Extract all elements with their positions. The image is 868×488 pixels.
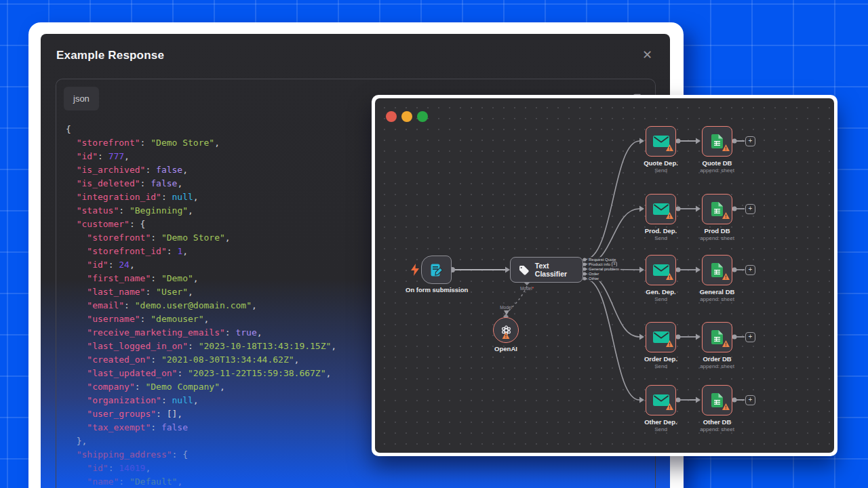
code-content: { "storefront": "Demo Store", "id": 777,… — [66, 123, 336, 488]
email-node-sublabel: Send — [631, 235, 692, 241]
workflow-canvas[interactable]: On form submission Text Classifier Model… — [375, 98, 834, 453]
sheet-node[interactable] — [702, 194, 732, 224]
spreadsheet-icon — [711, 134, 723, 148]
email-node[interactable] — [646, 322, 676, 352]
spreadsheet-icon — [711, 263, 723, 277]
window-control-dot[interactable] — [401, 111, 412, 122]
code-line: "email": "demo.user@domain.com", — [66, 299, 336, 312]
code-line: "first_name": "Demo", — [66, 272, 336, 285]
window-control-dot[interactable] — [417, 111, 428, 122]
sheet-node[interactable] — [702, 322, 732, 352]
form-icon — [429, 263, 443, 277]
code-line: "organization": null, — [66, 394, 336, 407]
sheet-node-label: Quote DB — [687, 159, 748, 167]
add-next-node-button[interactable]: + — [745, 265, 755, 275]
code-line: "shipping_address": { — [66, 448, 336, 462]
sheet-node-sublabel: append: sheet — [687, 426, 748, 432]
add-next-node-button[interactable]: + — [745, 332, 755, 342]
code-line: "status": "Beginning", — [66, 204, 336, 218]
code-line: "tax_exempt": false — [66, 421, 336, 434]
code-line: "last_updated_on": "2023-11-22T15:59:38.… — [66, 367, 336, 380]
email-node[interactable] — [646, 385, 676, 415]
email-node-label: Quote Dep. — [631, 159, 692, 167]
spreadsheet-icon — [711, 202, 723, 216]
sheet-node-sublabel: append: sheet — [687, 235, 748, 241]
warning-icon — [722, 209, 730, 222]
code-line: "name": "Default", — [66, 475, 336, 488]
code-line: "storefront_id": 1, — [66, 245, 336, 258]
code-line: "company": "Demo Company", — [66, 380, 336, 394]
code-line: { — [66, 123, 336, 136]
form-trigger-node[interactable] — [421, 256, 452, 284]
code-line: "id": 777, — [66, 150, 336, 163]
code-line: "receive_marketing_emails": true, — [66, 326, 336, 340]
sheet-node[interactable] — [702, 126, 732, 157]
sheet-node[interactable] — [702, 255, 732, 285]
email-node[interactable] — [646, 255, 676, 285]
code-line: "customer": { — [66, 218, 336, 231]
email-node[interactable] — [646, 126, 676, 157]
code-line: "username": "demouser", — [66, 312, 336, 326]
classifier-node-label: Text Classifier — [535, 262, 583, 278]
email-node-label: Prod. Dep. — [631, 227, 692, 235]
sheet-node-sublabel: append: sheet — [687, 167, 748, 174]
sheet-node-sublabel: append: sheet — [687, 363, 748, 369]
sheet-node-sublabel: append: sheet — [687, 296, 748, 302]
email-node-sublabel: Send — [631, 167, 692, 174]
code-line: }, — [66, 434, 336, 448]
sheet-node-label: Order DB — [687, 355, 748, 363]
code-line: "id": 14019, — [66, 462, 336, 475]
warning-icon — [666, 209, 673, 222]
code-line: "integration_id": null, — [66, 190, 336, 204]
warning-icon — [666, 142, 673, 154]
warning-icon — [666, 338, 673, 350]
email-node-sublabel: Send — [631, 296, 692, 302]
classifier-model-port-label: Model* — [511, 286, 543, 291]
tag-icon — [518, 265, 530, 275]
page-background: Example Response ✕ json { "storefront": … — [0, 0, 868, 488]
spreadsheet-icon — [711, 330, 723, 344]
add-next-node-button[interactable]: + — [745, 204, 755, 214]
trigger-node-label: On form submission — [406, 286, 467, 293]
warning-icon — [722, 270, 730, 283]
add-next-node-button[interactable]: + — [745, 136, 755, 146]
openai-node[interactable] — [493, 317, 519, 343]
warning-icon — [502, 329, 510, 342]
warning-icon — [722, 142, 730, 154]
sheet-node-label: Prod DB — [687, 227, 748, 235]
email-node-sublabel: Send — [631, 426, 692, 432]
openai-model-port-label: Model — [489, 305, 523, 310]
email-node[interactable] — [646, 194, 676, 224]
warning-icon — [722, 338, 730, 350]
email-node-sublabel: Send — [631, 363, 692, 369]
code-line: "storefront": "Demo Store", — [66, 231, 336, 245]
output-label-text: Other — [589, 276, 599, 281]
code-line: "user_groups": [], — [66, 407, 336, 421]
code-language-tab[interactable]: json — [64, 87, 99, 110]
add-next-node-button[interactable]: + — [745, 395, 755, 405]
email-node-label: Order Dep. — [631, 355, 692, 363]
code-line: "storefront": "Demo Store", — [66, 136, 336, 150]
text-classifier-node[interactable]: Text Classifier — [510, 257, 583, 283]
warning-icon — [666, 270, 673, 283]
modal-title: Example Response — [56, 49, 164, 62]
warning-icon — [722, 401, 730, 413]
trigger-bolt-icon — [410, 264, 420, 276]
close-icon[interactable]: ✕ — [642, 47, 652, 62]
code-line: "created_on": "2021-08-30T13:34:44.62Z", — [66, 353, 336, 367]
window-controls — [386, 111, 428, 122]
sheet-node-label: Other DB — [687, 418, 748, 426]
code-line: "last_name": "User", — [66, 285, 336, 299]
openai-node-label: OpenAI — [475, 345, 536, 352]
code-line: "last_logged_in_on": "2023-10-18T13:43:1… — [66, 340, 336, 353]
sheet-node[interactable] — [702, 385, 732, 415]
code-line: "is_deleted": false, — [66, 177, 336, 190]
classifier-output-label: Other — [587, 276, 600, 281]
code-line: "is_archived": false, — [66, 163, 336, 177]
code-line: "id": 24, — [66, 258, 336, 272]
warning-icon — [666, 401, 673, 413]
email-node-label: Other Dep. — [631, 418, 692, 426]
window-control-dot[interactable] — [386, 111, 397, 122]
email-node-label: Gen. Dep. — [631, 288, 692, 296]
workflow-window: On form submission Text Classifier Model… — [372, 95, 837, 456]
